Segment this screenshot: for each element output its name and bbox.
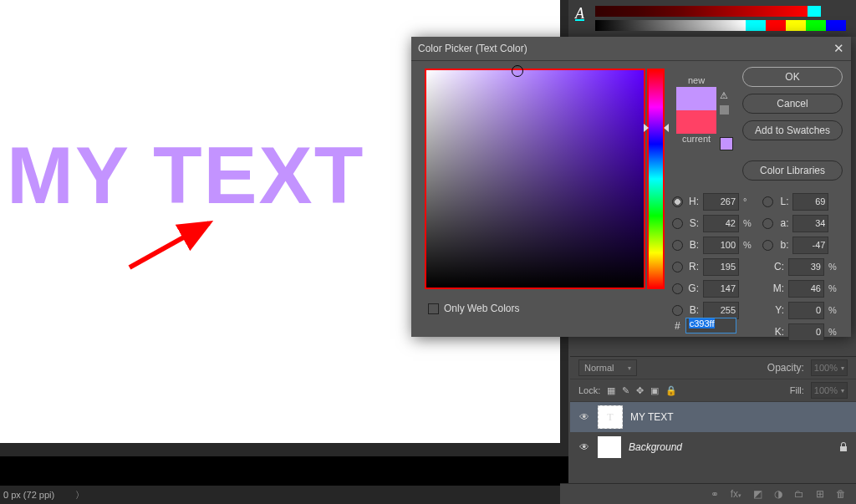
adjustment-icon[interactable]: ◑ bbox=[774, 488, 782, 500]
lock-all-icon[interactable]: 🔒 bbox=[665, 385, 677, 396]
lock-move-icon[interactable]: ✥ bbox=[636, 385, 644, 396]
dialog-title-text: Color Picker (Text Color) bbox=[418, 43, 527, 54]
layer-row-background[interactable]: 👁 Background bbox=[570, 432, 856, 462]
input-b[interactable] bbox=[703, 237, 739, 254]
fill-label: Fill: bbox=[790, 385, 804, 395]
svg-line-0 bbox=[130, 223, 209, 267]
fx-icon[interactable]: fx▾ bbox=[731, 488, 741, 500]
radio-bb[interactable] bbox=[672, 305, 683, 316]
lock-brush-icon[interactable]: ✎ bbox=[622, 385, 629, 396]
layer-name-0[interactable]: MY TEXT bbox=[630, 411, 674, 423]
close-icon[interactable]: ✕ bbox=[833, 41, 844, 56]
radio-r[interactable] bbox=[672, 262, 683, 272]
only-web-label: Only Web Colors bbox=[444, 303, 519, 314]
blend-mode-select[interactable]: Normal▾ bbox=[578, 359, 637, 376]
mask-icon[interactable]: ◩ bbox=[753, 488, 762, 500]
lock-transparency-icon[interactable]: ▦ bbox=[607, 385, 615, 396]
annotation-arrow bbox=[125, 213, 222, 272]
radio-a[interactable] bbox=[762, 218, 773, 229]
hex-input[interactable]: c393ff bbox=[685, 318, 736, 333]
cube-icon[interactable] bbox=[720, 105, 729, 115]
input-s[interactable] bbox=[703, 215, 739, 232]
text-color-a-icon: A bbox=[575, 5, 584, 21]
hue-indicator-right bbox=[664, 124, 669, 132]
visibility-icon[interactable]: 👁 bbox=[578, 411, 590, 423]
swatch-preview: new current bbox=[676, 75, 716, 145]
status-bar: 0 px (72 ppi) 〉 bbox=[0, 486, 573, 504]
lock-icon bbox=[839, 442, 848, 452]
layer-thumb-bg bbox=[598, 436, 621, 458]
fill-input[interactable]: 100%▾ bbox=[811, 382, 848, 399]
layers-panel: Normal▾ Opacity: 100%▾ Lock: ▦ ✎ ✥ ▣ 🔒 F… bbox=[570, 356, 856, 489]
new-label: new bbox=[676, 75, 716, 85]
input-bb[interactable] bbox=[703, 302, 739, 319]
radio-h[interactable] bbox=[672, 196, 683, 207]
hue-indicator-left bbox=[644, 124, 649, 132]
only-web-checkbox[interactable] bbox=[428, 303, 439, 314]
add-to-swatches-button[interactable]: Add to Swatches bbox=[742, 120, 843, 140]
color-libraries-button[interactable]: Color Libraries bbox=[742, 160, 843, 181]
gamut-warning-icon[interactable]: ⚠ bbox=[720, 90, 728, 101]
new-color-swatch bbox=[676, 87, 716, 110]
color-picker-dialog: Color Picker (Text Color) ✕ new current … bbox=[411, 37, 851, 337]
input-h[interactable] bbox=[703, 193, 739, 211]
layer-row-text[interactable]: 👁 T MY TEXT bbox=[570, 402, 856, 432]
layer-name-1[interactable]: Background bbox=[629, 441, 682, 453]
layer-thumb-text: T bbox=[598, 405, 623, 429]
input-L[interactable] bbox=[792, 193, 828, 211]
radio-b[interactable] bbox=[672, 240, 683, 251]
lock-label: Lock: bbox=[578, 385, 600, 395]
ok-button[interactable]: OK bbox=[742, 67, 843, 87]
layers-footer: ⚭ fx▾ ◩ ◑ 🗀 ⊞ 🗑 bbox=[560, 483, 856, 504]
input-c[interactable] bbox=[788, 258, 824, 276]
input-k[interactable] bbox=[788, 323, 824, 341]
current-label: current bbox=[676, 134, 716, 144]
opacity-label: Opacity: bbox=[767, 362, 804, 374]
cancel-button[interactable]: Cancel bbox=[742, 94, 843, 114]
radio-s[interactable] bbox=[672, 218, 683, 229]
group-icon[interactable]: 🗀 bbox=[794, 488, 804, 500]
input-g[interactable] bbox=[703, 280, 739, 298]
input-a[interactable] bbox=[792, 215, 828, 232]
new-layer-icon[interactable]: ⊞ bbox=[816, 488, 824, 500]
hue-strip[interactable] bbox=[647, 69, 665, 289]
radio-L[interactable] bbox=[762, 196, 773, 207]
current-color-swatch[interactable] bbox=[676, 110, 716, 134]
input-r[interactable] bbox=[703, 258, 739, 276]
opacity-input[interactable]: 100%▾ bbox=[811, 359, 848, 376]
link-icon[interactable]: ⚭ bbox=[711, 488, 719, 500]
color-ramp-secondary[interactable] bbox=[595, 20, 846, 31]
websafe-swatch[interactable] bbox=[720, 137, 733, 150]
status-zoom: 0 px (72 ppi) bbox=[3, 490, 54, 500]
only-web-colors-row[interactable]: Only Web Colors bbox=[428, 303, 519, 314]
sv-cursor bbox=[512, 65, 523, 77]
radio-lb[interactable] bbox=[762, 240, 773, 251]
input-y[interactable] bbox=[788, 302, 824, 319]
input-m[interactable] bbox=[788, 280, 824, 298]
lock-artboard-icon[interactable]: ▣ bbox=[650, 385, 659, 396]
hex-hash: # bbox=[675, 320, 680, 332]
saturation-value-field[interactable] bbox=[425, 69, 645, 289]
canvas-text-layer[interactable]: MY TEXT bbox=[7, 130, 364, 221]
hex-row: # c393ff bbox=[675, 318, 736, 333]
input-lb[interactable] bbox=[792, 237, 828, 254]
trash-icon[interactable]: 🗑 bbox=[836, 488, 846, 500]
color-ramp-top[interactable] bbox=[595, 6, 821, 17]
dialog-titlebar[interactable]: Color Picker (Text Color) ✕ bbox=[411, 37, 851, 61]
radio-g[interactable] bbox=[672, 283, 683, 294]
visibility-icon[interactable]: 👁 bbox=[578, 441, 590, 453]
